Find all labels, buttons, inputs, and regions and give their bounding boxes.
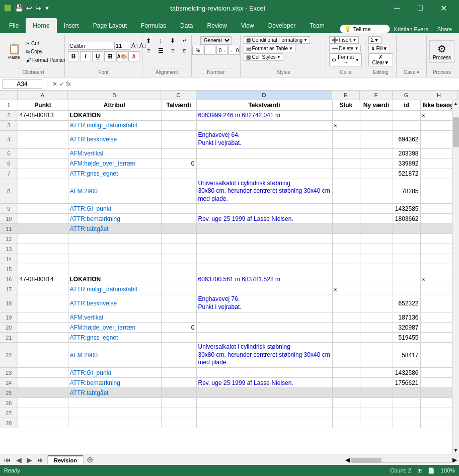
cell[interactable]: [420, 148, 452, 158]
cell[interactable]: [360, 110, 393, 120]
cell[interactable]: AFM:højde_over_terræn: [68, 158, 161, 169]
cell[interactable]: [196, 333, 332, 343]
cell[interactable]: ATTR:beskrivelse: [68, 294, 161, 312]
cell[interactable]: Enghavevej 64.Punkt i vejrabat.: [196, 130, 332, 148]
cell[interactable]: [420, 388, 452, 398]
cell[interactable]: [332, 294, 360, 312]
sheet-view-icon[interactable]: ⊞: [417, 467, 422, 474]
cell[interactable]: [332, 418, 360, 428]
cell[interactable]: ATTR:gnss_egnet: [68, 333, 161, 343]
close-button[interactable]: ✕: [432, 0, 455, 16]
cell[interactable]: [420, 214, 452, 224]
cell[interactable]: [68, 398, 161, 408]
align-bottom-button[interactable]: ⬇: [167, 36, 178, 45]
cell[interactable]: [161, 343, 196, 368]
cell[interactable]: [360, 254, 393, 264]
cancel-formula-icon[interactable]: ✕: [52, 81, 57, 88]
cell[interactable]: [360, 158, 393, 169]
cell[interactable]: [420, 398, 452, 408]
cell[interactable]: [332, 234, 360, 244]
cell[interactable]: [420, 179, 452, 204]
font-color-button[interactable]: A: [128, 51, 139, 61]
table-row[interactable]: 8AFM:2900Universalkalot i cylindrisk stø…: [0, 179, 452, 204]
cell[interactable]: [420, 254, 452, 264]
cell[interactable]: Attribut: [68, 100, 161, 110]
page-view-icon[interactable]: 📄: [428, 467, 435, 474]
tab-page-layout[interactable]: Page Layout: [86, 18, 134, 33]
cell[interactable]: [332, 148, 360, 158]
vertical-scrollbar[interactable]: ▲ ▼: [452, 100, 459, 454]
cell[interactable]: [161, 408, 196, 418]
cell[interactable]: x: [420, 110, 452, 120]
cell[interactable]: AFM:vertikal: [68, 312, 161, 323]
cell[interactable]: [68, 418, 161, 428]
cell[interactable]: Rev. uge 25 1999 af Lasse Nielsen.: [196, 378, 332, 388]
cell[interactable]: [18, 224, 68, 234]
cell[interactable]: 519455: [393, 333, 420, 343]
cell[interactable]: [360, 398, 393, 408]
cell[interactable]: Universalkalot i cylindrisk støbning30x8…: [196, 179, 332, 204]
table-row[interactable]: 19AFM:vertikal187136: [0, 312, 452, 323]
tab-team[interactable]: Team: [302, 18, 331, 33]
cell[interactable]: x: [332, 120, 360, 130]
cell[interactable]: [393, 408, 420, 418]
table-row[interactable]: 21ATTR:gnss_egnet519455: [0, 333, 452, 343]
cell[interactable]: [360, 294, 393, 312]
cell[interactable]: [420, 130, 452, 148]
cell[interactable]: [360, 284, 393, 294]
cell[interactable]: [393, 254, 420, 264]
table-row[interactable]: 11ATTR:tabtgået: [0, 224, 452, 234]
align-top-button[interactable]: ⬆: [143, 36, 154, 45]
cell[interactable]: [332, 204, 360, 214]
cell[interactable]: [18, 169, 68, 179]
cell[interactable]: [360, 148, 393, 158]
format-button[interactable]: ⚙ Format ~ ▼: [329, 53, 361, 66]
table-row[interactable]: 24ATTR:bemærkningRev. uge 25 1999 af Las…: [0, 378, 452, 388]
paste-button[interactable]: 📋 Paste: [5, 38, 23, 66]
cell[interactable]: [161, 130, 196, 148]
cell[interactable]: [68, 244, 161, 254]
undo-icon[interactable]: ↩: [26, 4, 32, 12]
cell[interactable]: [161, 179, 196, 204]
scrollbar-thumb[interactable]: [453, 117, 459, 147]
cell[interactable]: [360, 333, 393, 343]
cell[interactable]: [332, 224, 360, 234]
cell[interactable]: [161, 214, 196, 224]
cell[interactable]: [18, 254, 68, 264]
cell[interactable]: [196, 398, 332, 408]
cell[interactable]: [420, 408, 452, 418]
cell[interactable]: ATTR:GI_punkt: [68, 368, 161, 378]
cell[interactable]: [196, 368, 332, 378]
tab-developer[interactable]: Developer: [261, 18, 303, 33]
tab-view[interactable]: View: [234, 18, 261, 33]
cell[interactable]: [161, 264, 196, 274]
font-name-input[interactable]: [68, 42, 113, 50]
cell[interactable]: 521872: [393, 169, 420, 179]
cell[interactable]: [196, 388, 332, 398]
cell[interactable]: [420, 284, 452, 294]
cell[interactable]: [332, 110, 360, 120]
cell[interactable]: 47-08-00813: [18, 110, 68, 120]
cell[interactable]: [393, 244, 420, 254]
table-row[interactable]: 22AFM:2900Universalkalot i cylindrisk st…: [0, 343, 452, 368]
cell[interactable]: [18, 234, 68, 244]
cell[interactable]: 694362: [393, 130, 420, 148]
cell[interactable]: [332, 343, 360, 368]
cell[interactable]: [68, 234, 161, 244]
cell[interactable]: [420, 368, 452, 378]
cell[interactable]: [161, 294, 196, 312]
table-row[interactable]: 3ATTR:muligt_datumstabilx: [0, 120, 452, 130]
name-box[interactable]: [2, 80, 42, 89]
cell[interactable]: [18, 398, 68, 408]
cell[interactable]: [161, 224, 196, 234]
cell[interactable]: [420, 333, 452, 343]
table-row[interactable]: 15: [0, 264, 452, 274]
cell[interactable]: [196, 408, 332, 418]
cell[interactable]: [332, 169, 360, 179]
cell[interactable]: ATTR:muligt_datumstabil: [68, 120, 161, 130]
clear-button[interactable]: ✗ Clear▼: [368, 53, 393, 66]
cell[interactable]: [360, 179, 393, 204]
cell[interactable]: [420, 120, 452, 130]
cell[interactable]: [360, 264, 393, 274]
cell[interactable]: [393, 284, 420, 294]
